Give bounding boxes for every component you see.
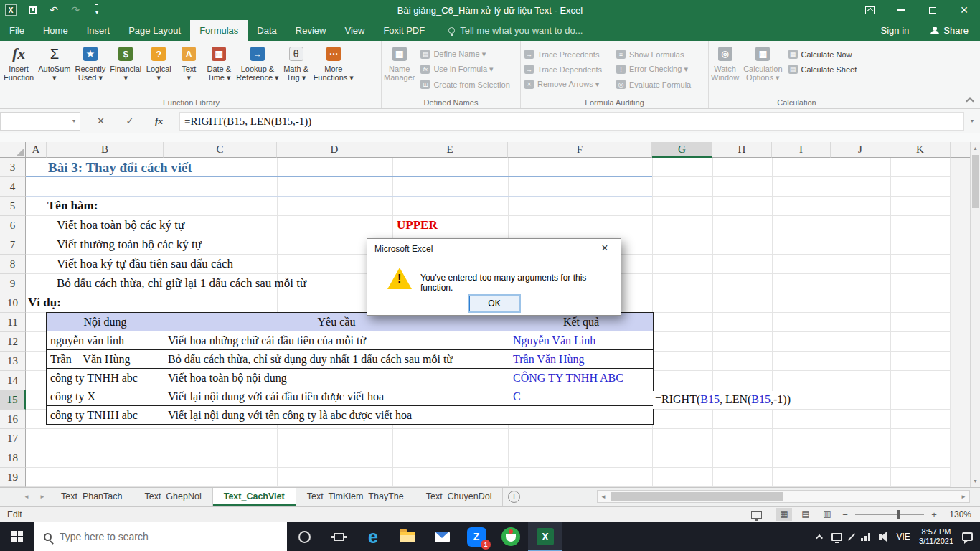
tab-view[interactable]: View (335, 20, 374, 41)
column-header-c[interactable]: C (164, 142, 277, 158)
row-header-18[interactable]: 18 (0, 448, 26, 468)
horizontal-scrollbar[interactable] (597, 490, 970, 503)
cell-f16[interactable] (509, 406, 654, 425)
task-view-button[interactable] (321, 522, 356, 551)
create-from-selection-button[interactable]: Create from Selection (417, 77, 513, 92)
row-header-16[interactable]: 16 (0, 410, 26, 429)
financial-button[interactable]: Financial ▾ (108, 43, 143, 84)
column-header-g[interactable]: G (652, 142, 712, 158)
search-box[interactable]: Type here to search (34, 522, 287, 551)
use-in-formula-button[interactable]: Use in Formula ▾ (417, 62, 513, 77)
column-header-k[interactable]: K (890, 142, 951, 158)
math-trig-button[interactable]: Math & Trig ▾ (281, 43, 311, 84)
zoom-slider-thumb[interactable] (897, 510, 900, 519)
undo-button[interactable] (43, 0, 65, 20)
action-center-button[interactable] (962, 532, 973, 541)
row-header-10[interactable]: 10 (0, 293, 26, 313)
show-formulas-button[interactable]: Show Formulas (613, 47, 706, 62)
row-header-15[interactable]: 15 (0, 390, 26, 410)
scroll-left-button[interactable] (598, 494, 609, 500)
cell-b12[interactable]: nguyễn văn linh (47, 331, 164, 350)
row-header-8[interactable]: 8 (0, 255, 26, 274)
define-name-button[interactable]: Define Name ▾ (417, 47, 513, 62)
zoom-out-button[interactable] (841, 509, 849, 520)
zoom-slider[interactable] (855, 514, 924, 515)
cortana-button[interactable] (287, 522, 321, 551)
sheet-tab-text-phantach[interactable]: Text_PhanTach (50, 488, 133, 506)
file-explorer-button[interactable] (390, 522, 425, 551)
tab-page-layout[interactable]: Page Layout (119, 20, 190, 41)
excel-taskbar-button[interactable] (528, 522, 562, 551)
scroll-down-button[interactable] (971, 476, 980, 486)
minimize-button[interactable] (885, 0, 917, 20)
volume-icon[interactable] (879, 534, 882, 540)
recently-used-button[interactable]: Recently Used ▾ (72, 43, 108, 84)
column-header-e[interactable]: E (392, 142, 508, 158)
sheet-cells[interactable]: Bài 3: Thay đổi cách viết Tên hàm: Viết … (26, 158, 951, 487)
save-button[interactable] (22, 0, 43, 20)
pen-icon[interactable] (847, 533, 855, 541)
column-header-h[interactable]: H (712, 142, 772, 158)
trace-dependents-button[interactable]: Trace Dependents (521, 62, 613, 77)
collapse-ribbon-button[interactable] (966, 97, 974, 105)
start-button[interactable] (0, 522, 34, 551)
lookup-reference-button[interactable]: Lookup & Reference ▾ (234, 43, 281, 84)
previous-sheet-button[interactable] (19, 488, 34, 506)
more-functions-button[interactable]: More Functions ▾ (311, 43, 356, 84)
cell-f14[interactable]: CÔNG TY TNHH ABC (509, 369, 654, 387)
tab-data[interactable]: Data (248, 20, 286, 41)
horizontal-scrollbar-track[interactable] (609, 491, 958, 502)
row-header-11[interactable]: 11 (0, 313, 26, 332)
sheet-tab-text-timkiem-thaythe[interactable]: Text_TimKiem_ThayThe (296, 488, 415, 506)
mail-button[interactable] (425, 522, 459, 551)
redo-button[interactable] (65, 0, 86, 20)
page-break-view-button[interactable] (819, 508, 835, 521)
row-header-6[interactable]: 6 (0, 216, 26, 235)
cell-f15[interactable]: C (509, 387, 654, 406)
remove-arrows-button[interactable]: Remove Arrows ▾ (521, 77, 613, 92)
tab-foxit-pdf[interactable]: Foxit PDF (374, 20, 434, 41)
watch-window-button[interactable]: Watch Window (709, 43, 741, 84)
editing-cell-g15[interactable]: =RIGHT(B15, LEN(B15,-1)) (653, 391, 845, 409)
horizontal-scrollbar-thumb[interactable] (611, 492, 783, 501)
formula-bar-expand-button[interactable] (964, 118, 980, 124)
row-header-13[interactable]: 13 (0, 352, 26, 371)
calculate-sheet-button[interactable]: Calculate Sheet (785, 62, 861, 77)
page-layout-view-button[interactable] (798, 508, 814, 521)
date-time-button[interactable]: Date & Time ▾ (204, 43, 234, 84)
enter-button[interactable] (121, 116, 138, 126)
vertical-scrollbar[interactable] (970, 142, 980, 487)
sheet-tab-text-ghepnoi[interactable]: Text_GhepNoi (133, 488, 212, 506)
ok-button[interactable]: OK (469, 296, 519, 311)
table-header-noi-dung[interactable]: Nội dung (47, 313, 164, 331)
dialog-close-button[interactable] (589, 239, 621, 259)
vertical-scrollbar-thumb[interactable] (972, 155, 979, 208)
logical-button[interactable]: Logical ▾ (143, 43, 174, 84)
text-functions-button[interactable]: Text ▾ (174, 43, 204, 84)
tab-review[interactable]: Review (286, 20, 336, 41)
close-button[interactable] (948, 0, 980, 20)
share-button[interactable]: Share (919, 20, 980, 41)
zoom-in-button[interactable] (930, 509, 938, 520)
cell-b14[interactable]: công ty TNHH abc (47, 369, 164, 387)
cell-c12[interactable]: Viết hoa những chữ cái đầu tiên của mỗi … (164, 331, 509, 350)
evaluate-formula-button[interactable]: Evaluate Formula (613, 77, 706, 92)
autosum-button[interactable]: AutoSum ▾ (36, 43, 72, 84)
new-sheet-button[interactable] (503, 488, 524, 506)
row-header-4[interactable]: 4 (0, 177, 26, 197)
row-header-19[interactable]: 19 (0, 468, 26, 487)
error-checking-button[interactable]: Error Checking ▾ (613, 62, 706, 77)
next-sheet-button[interactable] (34, 488, 50, 506)
coccoc-button[interactable] (494, 522, 528, 551)
cell-f13[interactable]: Trần Văn Hùng (509, 350, 654, 369)
column-header-f[interactable]: F (508, 142, 652, 158)
calculation-options-button[interactable]: Calculation Options ▾ (741, 43, 784, 84)
maximize-button[interactable] (917, 0, 948, 20)
insert-function-button[interactable]: Insert Function (1, 43, 36, 84)
calculate-now-button[interactable]: Calculate Now (785, 47, 861, 62)
sign-in-button[interactable]: Sign in (871, 20, 920, 41)
ribbon-display-options-button[interactable] (854, 0, 885, 20)
column-header-j[interactable]: J (831, 142, 890, 158)
sheet-tab-text-chuyendoi[interactable]: Text_ChuyenDoi (415, 488, 504, 506)
customize-quick-access-button[interactable] (86, 0, 108, 20)
